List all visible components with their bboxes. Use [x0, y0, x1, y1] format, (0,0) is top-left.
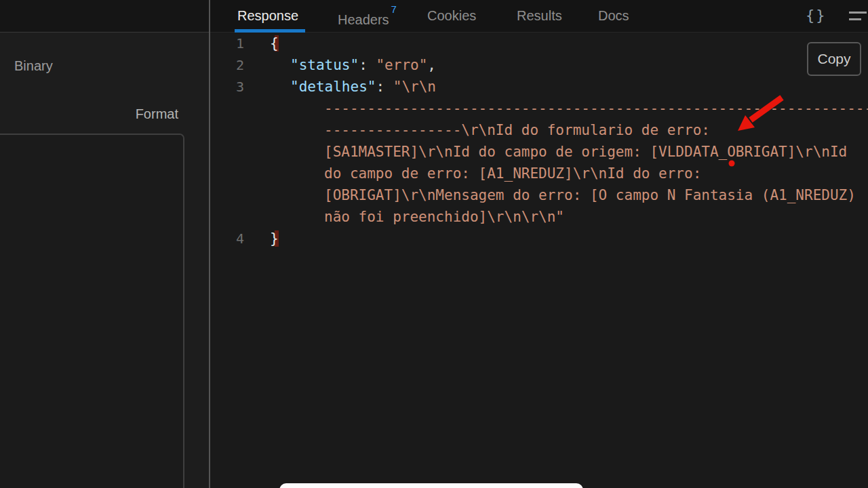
menu-icon[interactable] — [849, 11, 868, 23]
code-line: 1{ — [210, 33, 868, 54]
code-text: "status": "erro", — [244, 54, 436, 76]
bottom-popup-edge — [279, 483, 583, 488]
tab-response[interactable]: Response — [237, 0, 298, 33]
line-number: 2 — [210, 57, 244, 73]
tab-cookies[interactable]: Cookies — [427, 0, 476, 33]
tab-label: Headers — [338, 12, 389, 27]
copy-button[interactable]: Copy — [807, 42, 861, 76]
code-text: não foi preenchido]\r\n\r\n" — [244, 206, 564, 228]
tab-docs[interactable]: Docs — [598, 0, 629, 33]
tab-label: Response — [237, 8, 298, 23]
code-text: [OBRIGAT]\r\nMensagem do erro: [O campo … — [244, 184, 856, 206]
line-number: 3 — [210, 79, 244, 95]
request-topbar — [0, 0, 209, 33]
response-panel: ResponseHeaders7CookiesResultsDocs {} 1{… — [210, 0, 868, 488]
beautify-braces-icon[interactable]: {} — [806, 0, 827, 33]
menu-bar-bottom — [849, 18, 861, 20]
code-line: 4} — [210, 228, 868, 249]
binary-body-type-label: Binary — [14, 58, 53, 74]
code-text: { — [244, 33, 279, 54]
code-line: 3"detalhes": "\r\n — [210, 76, 868, 98]
code-text: ----------------\r\nId do formulario de … — [244, 119, 710, 141]
code-text: [SA1MASTER]\r\nId do campo de origem: [V… — [244, 141, 847, 163]
format-button[interactable]: Format — [136, 106, 178, 122]
tab-label: Docs — [598, 8, 629, 23]
menu-bar-top — [849, 12, 867, 14]
response-body-editor[interactable]: 1{2"status": "erro",3"detalhes": "\r\n--… — [210, 33, 868, 249]
app-window: Binary Format ResponseHeaders7CookiesRes… — [0, 0, 868, 488]
line-number: 1 — [210, 35, 244, 52]
tab-label: Cookies — [427, 8, 476, 23]
code-line: ----------------\r\nId do formulario de … — [210, 119, 868, 141]
tab-results[interactable]: Results — [517, 0, 562, 33]
code-text: "detalhes": "\r\n — [244, 76, 436, 98]
code-line: 2"status": "erro", — [210, 54, 868, 76]
code-line: do campo de erro: [A1_NREDUZ]\r\nId do e… — [210, 163, 868, 184]
request-body-panel: Binary Format — [0, 0, 209, 488]
line-number: 4 — [210, 230, 244, 247]
response-tabbar: ResponseHeaders7CookiesResultsDocs {} — [210, 0, 868, 33]
code-line: [OBRIGAT]\r\nMensagem do erro: [O campo … — [210, 184, 868, 206]
tab-label: Results — [517, 8, 562, 23]
code-text: } — [244, 228, 279, 249]
headers-count-badge: 7 — [391, 3, 397, 15]
tab-headers[interactable]: Headers7 — [338, 0, 397, 33]
body-editor-box[interactable] — [0, 134, 184, 488]
code-text: do campo de erro: [A1_NREDUZ]\r\nId do e… — [244, 163, 701, 184]
code-line: ----------------------------------------… — [210, 98, 868, 119]
code-line: [SA1MASTER]\r\nId do campo de origem: [V… — [210, 141, 868, 163]
code-line: não foi preenchido]\r\n\r\n" — [210, 206, 868, 228]
code-text: ----------------------------------------… — [244, 98, 868, 119]
